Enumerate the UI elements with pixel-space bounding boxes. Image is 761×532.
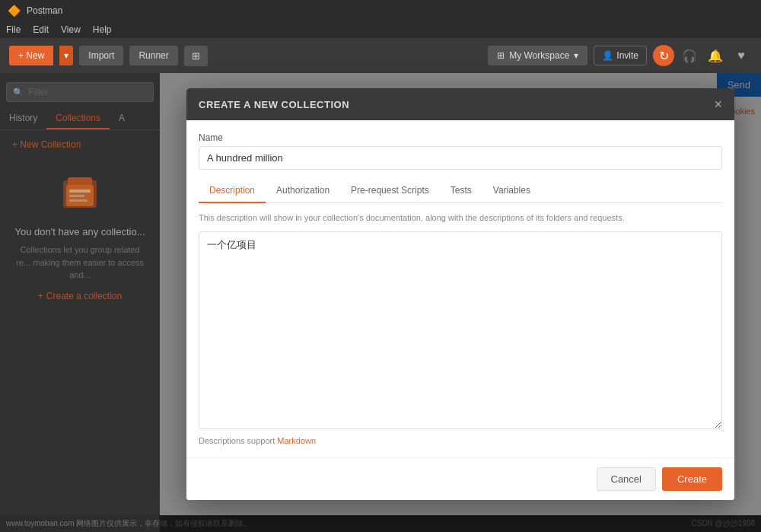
- runner-button[interactable]: Runner: [129, 46, 177, 65]
- modal-tab-bar: Description Authorization Pre-request Sc…: [199, 179, 722, 203]
- search-icon: 🔍: [13, 88, 24, 97]
- new-dropdown-button[interactable]: ▾: [59, 46, 73, 65]
- modal-close-button[interactable]: ×: [714, 97, 722, 111]
- tab-variables[interactable]: Variables: [482, 179, 541, 203]
- menu-bar: File Edit View Help: [0, 21, 761, 38]
- create-button[interactable]: Create: [662, 467, 722, 491]
- tab-tests[interactable]: Tests: [440, 179, 482, 203]
- invite-person-icon: 👤: [602, 50, 613, 61]
- menu-help[interactable]: Help: [93, 24, 112, 35]
- sidebar: 🔍 History Collections A + New Collection…: [0, 73, 160, 532]
- create-collection-modal: CREATE A NEW COLLECTION × Name Descripti…: [186, 88, 734, 500]
- modal-header: CREATE A NEW COLLECTION ×: [186, 88, 734, 120]
- workspace-selector[interactable]: ⊞ My Workspace ▾: [488, 46, 587, 65]
- import-button[interactable]: Import: [79, 46, 123, 65]
- name-input[interactable]: [199, 146, 722, 170]
- svg-rect-5: [69, 199, 88, 202]
- markdown-hint: Descriptions support Markdown: [199, 436, 722, 445]
- empty-state-desc: Collections let you group related re... …: [12, 244, 148, 282]
- markdown-link[interactable]: Markdown: [277, 436, 316, 445]
- tab-authorization[interactable]: Authorization: [266, 179, 340, 203]
- menu-edit[interactable]: Edit: [33, 24, 49, 35]
- modal-title: CREATE A NEW COLLECTION: [199, 99, 349, 110]
- search-input[interactable]: [28, 87, 147, 97]
- create-plus-icon: +: [38, 291, 43, 301]
- main-layout: 🔍 History Collections A + New Collection…: [0, 73, 761, 532]
- create-collection-label: Create a collection: [46, 291, 122, 301]
- cancel-button[interactable]: Cancel: [597, 467, 656, 491]
- sync-icon-button[interactable]: ↻: [653, 45, 674, 66]
- toolbar-icons: ↻ 🎧 🔔 ♥: [653, 45, 752, 66]
- name-label: Name: [199, 132, 722, 143]
- sidebar-tab-history[interactable]: History: [0, 108, 46, 129]
- sidebar-empty-state: You don't have any collectio... Collecti…: [0, 156, 160, 317]
- name-field-group: Name: [199, 132, 722, 170]
- api-icon-button[interactable]: ⊞: [184, 46, 208, 66]
- markdown-hint-text: Descriptions support: [199, 436, 277, 445]
- invite-button[interactable]: 👤 Invite: [594, 46, 647, 65]
- content-area: Send Cookies CREATE A NEW COLLECTION × N…: [160, 73, 761, 532]
- new-collection-label: + New Collection: [12, 139, 81, 150]
- description-textarea[interactable]: 一个亿项目: [199, 231, 722, 429]
- app-logo: 🔶: [8, 5, 21, 17]
- new-collection-button[interactable]: + New Collection: [0, 136, 160, 156]
- collection-icon: [57, 171, 103, 217]
- workspace-grid-icon: ⊞: [497, 50, 505, 61]
- title-bar: 🔶 Postman: [0, 0, 761, 21]
- sidebar-search-container: 🔍: [6, 82, 154, 102]
- bell-icon-button[interactable]: 🔔: [705, 45, 726, 66]
- toolbar: + New ▾ Import Runner ⊞ ⊞ My Workspace ▾…: [0, 38, 761, 73]
- modal-overlay: CREATE A NEW COLLECTION × Name Descripti…: [160, 73, 761, 532]
- api-grid-icon: ⊞: [192, 50, 200, 62]
- menu-view[interactable]: View: [61, 24, 81, 35]
- heart-icon-button[interactable]: ♥: [731, 45, 752, 66]
- sidebar-tab-apis[interactable]: A: [110, 108, 134, 129]
- headphones-icon-button[interactable]: 🎧: [679, 45, 700, 66]
- workspace-arrow-icon: ▾: [574, 50, 578, 61]
- tab-description[interactable]: Description: [199, 179, 266, 203]
- modal-body: Name Description Authorization Pre-reque…: [186, 120, 734, 457]
- create-collection-link[interactable]: + Create a collection: [38, 291, 122, 301]
- app-title: Postman: [27, 5, 62, 16]
- svg-rect-3: [69, 190, 91, 193]
- empty-state-title: You don't have any collectio...: [14, 226, 145, 237]
- description-hint: This description will show in your colle…: [199, 212, 722, 224]
- sidebar-tabs: History Collections A: [0, 108, 160, 130]
- workspace-label: My Workspace: [509, 50, 569, 61]
- invite-label: Invite: [616, 50, 638, 61]
- modal-footer: Cancel Create: [186, 457, 734, 500]
- sidebar-tab-collections[interactable]: Collections: [46, 108, 110, 129]
- new-button[interactable]: + New: [9, 46, 53, 65]
- svg-rect-4: [69, 195, 84, 197]
- menu-file[interactable]: File: [6, 24, 21, 35]
- tab-prerequest-scripts[interactable]: Pre-request Scripts: [340, 179, 440, 203]
